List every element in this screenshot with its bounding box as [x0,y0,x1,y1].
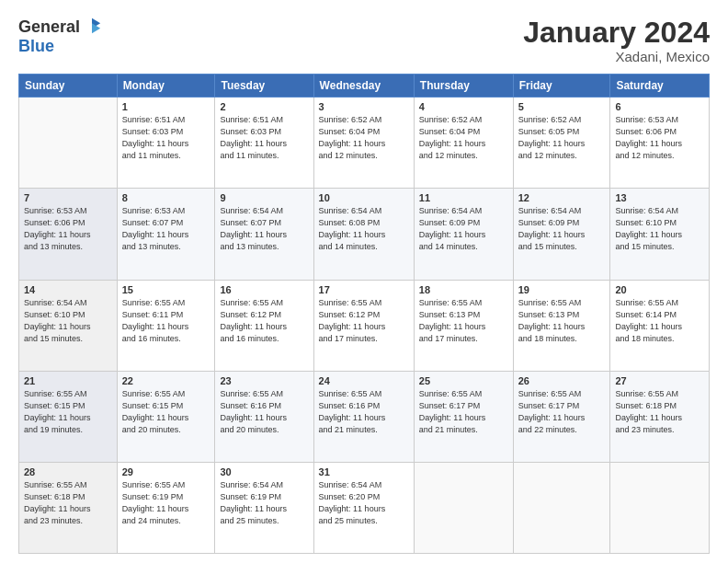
day-number: 9 [220,192,308,203]
day-info: Sunrise: 6:54 AM Sunset: 6:08 PM Dayligh… [319,205,409,253]
calendar-cell: 10Sunrise: 6:54 AM Sunset: 6:08 PM Dayli… [313,189,414,280]
day-info: Sunrise: 6:55 AM Sunset: 6:16 PM Dayligh… [319,388,409,436]
day-info: Sunrise: 6:54 AM Sunset: 6:10 PM Dayligh… [615,205,704,253]
calendar-cell: 16Sunrise: 6:55 AM Sunset: 6:12 PM Dayli… [215,280,313,371]
calendar-cell [513,462,610,553]
day-info: Sunrise: 6:55 AM Sunset: 6:19 PM Dayligh… [122,479,210,527]
logo-flag-icon [82,17,102,37]
calendar-cell: 7Sunrise: 6:53 AM Sunset: 6:06 PM Daylig… [19,189,118,280]
day-number: 10 [319,192,409,203]
calendar-cell: 2Sunrise: 6:51 AM Sunset: 6:03 PM Daylig… [215,98,313,189]
calendar-cell [19,98,118,189]
calendar-week-4: 28Sunrise: 6:55 AM Sunset: 6:18 PM Dayli… [19,462,710,553]
day-number: 17 [319,284,409,295]
day-number: 12 [518,192,606,203]
day-number: 18 [419,284,508,295]
day-info: Sunrise: 6:55 AM Sunset: 6:16 PM Dayligh… [220,388,308,436]
day-number: 15 [122,284,210,295]
day-number: 1 [122,101,210,112]
calendar-cell: 5Sunrise: 6:52 AM Sunset: 6:05 PM Daylig… [513,98,610,189]
day-number: 28 [24,466,112,477]
day-number: 16 [220,284,308,295]
calendar-cell: 9Sunrise: 6:54 AM Sunset: 6:07 PM Daylig… [215,189,313,280]
day-info: Sunrise: 6:52 AM Sunset: 6:04 PM Dayligh… [419,114,508,162]
day-info: Sunrise: 6:54 AM Sunset: 6:20 PM Dayligh… [319,479,409,527]
day-info: Sunrise: 6:54 AM Sunset: 6:09 PM Dayligh… [419,205,508,253]
day-info: Sunrise: 6:55 AM Sunset: 6:13 PM Dayligh… [419,297,508,345]
day-number: 31 [319,466,409,477]
header: General Blue January 2024 Xadani, Mexico [18,17,710,64]
calendar-cell: 27Sunrise: 6:55 AM Sunset: 6:18 PM Dayli… [610,371,710,462]
logo-text: General [18,17,102,37]
day-info: Sunrise: 6:54 AM Sunset: 6:09 PM Dayligh… [518,205,606,253]
day-info: Sunrise: 6:54 AM Sunset: 6:07 PM Dayligh… [220,205,308,253]
day-info: Sunrise: 6:55 AM Sunset: 6:15 PM Dayligh… [122,388,210,436]
day-number: 11 [419,192,508,203]
day-info: Sunrise: 6:53 AM Sunset: 6:06 PM Dayligh… [24,205,112,253]
day-number: 13 [615,192,704,203]
day-number: 8 [122,192,210,203]
calendar-cell: 12Sunrise: 6:54 AM Sunset: 6:09 PM Dayli… [513,189,610,280]
col-wednesday: Wednesday [313,75,414,98]
day-number: 22 [122,375,210,386]
day-number: 2 [220,101,308,112]
day-number: 3 [319,101,409,112]
calendar-cell: 1Sunrise: 6:51 AM Sunset: 6:03 PM Daylig… [117,98,215,189]
calendar-cell: 22Sunrise: 6:55 AM Sunset: 6:15 PM Dayli… [117,371,215,462]
day-info: Sunrise: 6:53 AM Sunset: 6:07 PM Dayligh… [122,205,210,253]
day-number: 20 [615,284,704,295]
calendar-cell: 25Sunrise: 6:55 AM Sunset: 6:17 PM Dayli… [414,371,513,462]
calendar-cell: 11Sunrise: 6:54 AM Sunset: 6:09 PM Dayli… [414,189,513,280]
calendar-cell [414,462,513,553]
day-info: Sunrise: 6:51 AM Sunset: 6:03 PM Dayligh… [122,114,210,162]
day-number: 29 [122,466,210,477]
calendar-cell: 6Sunrise: 6:53 AM Sunset: 6:06 PM Daylig… [610,98,710,189]
calendar-cell: 23Sunrise: 6:55 AM Sunset: 6:16 PM Dayli… [215,371,313,462]
day-info: Sunrise: 6:52 AM Sunset: 6:05 PM Dayligh… [518,114,606,162]
calendar-cell: 4Sunrise: 6:52 AM Sunset: 6:04 PM Daylig… [414,98,513,189]
day-info: Sunrise: 6:55 AM Sunset: 6:15 PM Dayligh… [24,388,112,436]
day-number: 24 [319,375,409,386]
day-info: Sunrise: 6:55 AM Sunset: 6:11 PM Dayligh… [122,297,210,345]
title-block: January 2024 Xadani, Mexico [523,17,710,64]
calendar-cell: 26Sunrise: 6:55 AM Sunset: 6:17 PM Dayli… [513,371,610,462]
calendar-cell: 21Sunrise: 6:55 AM Sunset: 6:15 PM Dayli… [19,371,118,462]
calendar-cell: 14Sunrise: 6:54 AM Sunset: 6:10 PM Dayli… [19,280,118,371]
location: Xadani, Mexico [523,49,710,64]
day-number: 14 [24,284,112,295]
calendar-week-0: 1Sunrise: 6:51 AM Sunset: 6:03 PM Daylig… [19,98,710,189]
day-info: Sunrise: 6:55 AM Sunset: 6:17 PM Dayligh… [518,388,606,436]
day-info: Sunrise: 6:53 AM Sunset: 6:06 PM Dayligh… [615,114,704,162]
day-number: 19 [518,284,606,295]
calendar-cell: 17Sunrise: 6:55 AM Sunset: 6:12 PM Dayli… [313,280,414,371]
col-saturday: Saturday [610,75,710,98]
day-info: Sunrise: 6:54 AM Sunset: 6:19 PM Dayligh… [220,479,308,527]
day-info: Sunrise: 6:55 AM Sunset: 6:18 PM Dayligh… [24,479,112,527]
calendar-cell: 13Sunrise: 6:54 AM Sunset: 6:10 PM Dayli… [610,189,710,280]
day-number: 4 [419,101,508,112]
month-title: January 2024 [523,17,710,49]
calendar-cell: 24Sunrise: 6:55 AM Sunset: 6:16 PM Dayli… [313,371,414,462]
day-info: Sunrise: 6:55 AM Sunset: 6:13 PM Dayligh… [518,297,606,345]
day-number: 27 [615,375,704,386]
calendar-cell: 15Sunrise: 6:55 AM Sunset: 6:11 PM Dayli… [117,280,215,371]
day-number: 23 [220,375,308,386]
day-info: Sunrise: 6:55 AM Sunset: 6:12 PM Dayligh… [220,297,308,345]
calendar-cell: 31Sunrise: 6:54 AM Sunset: 6:20 PM Dayli… [313,462,414,553]
col-tuesday: Tuesday [215,75,313,98]
calendar-cell: 30Sunrise: 6:54 AM Sunset: 6:19 PM Dayli… [215,462,313,553]
col-thursday: Thursday [414,75,513,98]
header-row: Sunday Monday Tuesday Wednesday Thursday… [19,75,710,98]
calendar-cell: 28Sunrise: 6:55 AM Sunset: 6:18 PM Dayli… [19,462,118,553]
col-friday: Friday [513,75,610,98]
col-monday: Monday [117,75,215,98]
day-number: 5 [518,101,606,112]
day-number: 26 [518,375,606,386]
day-info: Sunrise: 6:55 AM Sunset: 6:18 PM Dayligh… [615,388,704,436]
day-info: Sunrise: 6:55 AM Sunset: 6:17 PM Dayligh… [419,388,508,436]
logo: General Blue [18,17,102,56]
day-number: 25 [419,375,508,386]
day-number: 30 [220,466,308,477]
calendar-week-2: 14Sunrise: 6:54 AM Sunset: 6:10 PM Dayli… [19,280,710,371]
calendar-cell: 19Sunrise: 6:55 AM Sunset: 6:13 PM Dayli… [513,280,610,371]
